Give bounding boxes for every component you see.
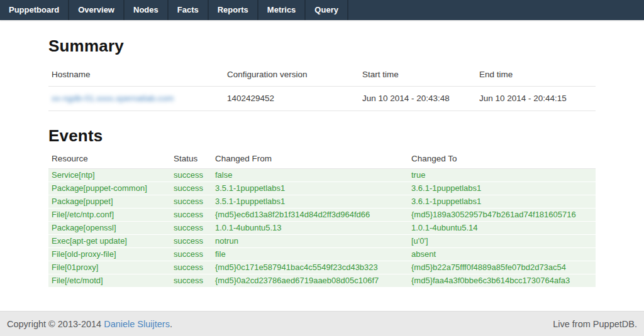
footer: Copyright © 2013-2014 Daniele Sluijters.… bbox=[0, 311, 644, 336]
event-row: File[/etc/ntp.conf] success {md5}ec6d13a… bbox=[48, 209, 596, 222]
summary-title: Summary bbox=[48, 36, 596, 56]
nav-item-facts[interactable]: Facts bbox=[169, 0, 209, 20]
status-cell: success bbox=[170, 209, 212, 222]
navbar: Puppetboard Overview Nodes Facts Reports… bbox=[0, 0, 644, 20]
resource-column-header: Resource bbox=[48, 151, 170, 169]
changed-to-cell: {md5}b22a75fff0f4889a85fe07bd2d73ac54 bbox=[408, 261, 596, 274]
changed-to-cell: {md5}faa4a3f0bbe6c3b614bcc1730764afa3 bbox=[408, 274, 596, 288]
copyright-suffix: . bbox=[170, 319, 172, 329]
changed-from-cell: {md5}0c171e587941bac4c5549f23cd43b323 bbox=[212, 261, 408, 274]
changed-from-cell: 1.0.1-4ubuntu5.13 bbox=[212, 222, 408, 235]
changed-from-cell: notrun bbox=[212, 235, 408, 248]
resource-cell: Package[openssl] bbox=[48, 222, 170, 235]
resource-cell: File[old-proxy-file] bbox=[48, 248, 170, 261]
status-cell: success bbox=[170, 222, 212, 235]
changed-from-cell: file bbox=[212, 248, 408, 261]
summary-header-row: Hostname Configuration version Start tim… bbox=[48, 65, 596, 87]
changed-from-cell: false bbox=[212, 169, 408, 182]
status-cell: success bbox=[170, 195, 212, 209]
live-from-puppetdb-text: Live from PuppetDB. bbox=[553, 319, 637, 329]
resource-cell: Exec[apt-get update] bbox=[48, 235, 170, 248]
status-cell: success bbox=[170, 274, 212, 288]
copyright-text: Copyright © 2013-2014 Daniele Sluijters. bbox=[7, 319, 172, 329]
end-time-column-header: End time bbox=[476, 65, 596, 87]
resource-cell: File[/etc/ntp.conf] bbox=[48, 209, 170, 222]
changed-from-cell: {md5}0a2cd23786aed6719aaeb08d05c106f7 bbox=[212, 274, 408, 288]
summary-row: xx-ngdb-01.xxxx.xpernatlab.com 140242945… bbox=[48, 87, 596, 111]
report-page: Summary Hostname Configuration version S… bbox=[48, 20, 596, 288]
changed-to-cell: 1.0.1-4ubuntu5.14 bbox=[408, 222, 596, 235]
status-column-header: Status bbox=[170, 151, 212, 169]
resource-cell: File[01proxy] bbox=[48, 261, 170, 274]
changed-to-cell: {md5}189a3052957b47b261ad74f181605716 bbox=[408, 209, 596, 222]
changed-to-column-header: Changed To bbox=[408, 151, 596, 169]
changed-to-cell: 3.6.1-1puppetlabs1 bbox=[408, 195, 596, 209]
config-version-cell: 1402429452 bbox=[224, 87, 359, 111]
event-row: Package[puppet-common] success 3.5.1-1pu… bbox=[48, 182, 596, 195]
config-version-column-header: Configuration version bbox=[224, 65, 359, 87]
navbar-brand[interactable]: Puppetboard bbox=[0, 0, 69, 20]
changed-to-cell: [u'0'] bbox=[408, 235, 596, 248]
status-cell: success bbox=[170, 261, 212, 274]
copyright-author-link[interactable]: Daniele Sluijters bbox=[104, 319, 170, 329]
event-row: File[/etc/motd] success {md5}0a2cd23786a… bbox=[48, 274, 596, 288]
changed-to-cell: 3.6.1-1puppetlabs1 bbox=[408, 182, 596, 195]
events-table: Resource Status Changed From Changed To … bbox=[48, 151, 596, 288]
status-cell: success bbox=[170, 248, 212, 261]
resource-cell: Service[ntp] bbox=[48, 169, 170, 182]
start-time-column-header: Start time bbox=[359, 65, 476, 87]
hostname-cell: xx-ngdb-01.xxxx.xpernatlab.com bbox=[48, 87, 224, 111]
changed-from-cell: 3.5.1-1puppetlabs1 bbox=[212, 182, 408, 195]
start-time-cell: Jun 10 2014 - 20:43:48 bbox=[359, 87, 476, 111]
end-time-cell: Jun 10 2014 - 20:44:15 bbox=[476, 87, 596, 111]
changed-from-column-header: Changed From bbox=[212, 151, 408, 169]
resource-cell: File[/etc/motd] bbox=[48, 274, 170, 288]
hostname-column-header: Hostname bbox=[48, 65, 224, 87]
copyright-prefix: Copyright © 2013-2014 bbox=[7, 319, 104, 329]
changed-from-cell: 3.5.1-1puppetlabs1 bbox=[212, 195, 408, 209]
event-row: Service[ntp] success false true bbox=[48, 169, 596, 182]
status-cell: success bbox=[170, 182, 212, 195]
status-cell: success bbox=[170, 235, 212, 248]
nav-item-metrics[interactable]: Metrics bbox=[258, 0, 306, 20]
events-header-row: Resource Status Changed From Changed To bbox=[48, 151, 596, 169]
nav-item-reports[interactable]: Reports bbox=[209, 0, 258, 20]
nav-item-nodes[interactable]: Nodes bbox=[125, 0, 169, 20]
event-row: Package[openssl] success 1.0.1-4ubuntu5.… bbox=[48, 222, 596, 235]
nav-item-query[interactable]: Query bbox=[306, 0, 348, 20]
events-title: Events bbox=[48, 126, 596, 146]
event-row: File[01proxy] success {md5}0c171e587941b… bbox=[48, 261, 596, 274]
nav-item-overview[interactable]: Overview bbox=[69, 0, 125, 20]
summary-table: Hostname Configuration version Start tim… bbox=[48, 65, 596, 111]
blurred-hostname-link[interactable]: xx-ngdb-01.xxxx.xpernatlab.com bbox=[52, 94, 174, 103]
changed-to-cell: absent bbox=[408, 248, 596, 261]
changed-from-cell: {md5}ec6d13a8f2b1f314d84d2ff3d964fd66 bbox=[212, 209, 408, 222]
resource-cell: Package[puppet-common] bbox=[48, 182, 170, 195]
changed-to-cell: true bbox=[408, 169, 596, 182]
status-cell: success bbox=[170, 169, 212, 182]
event-row: File[old-proxy-file] success file absent bbox=[48, 248, 596, 261]
event-row: Exec[apt-get update] success notrun [u'0… bbox=[48, 235, 596, 248]
resource-cell: Package[puppet] bbox=[48, 195, 170, 209]
event-row: Package[puppet] success 3.5.1-1puppetlab… bbox=[48, 195, 596, 209]
